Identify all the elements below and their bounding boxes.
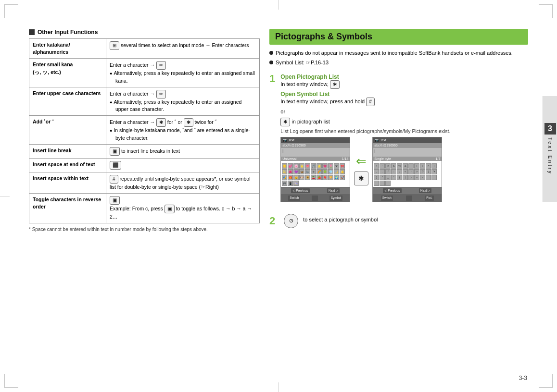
ps-sym: 🎈 <box>322 175 328 180</box>
step-or: or <box>280 108 522 116</box>
ps-sym: 🎶 <box>305 169 310 174</box>
crosshair-top <box>278 0 279 10</box>
ps-sym: % <box>397 163 402 169</box>
ps-sym: < <box>403 169 408 174</box>
ps-sym: _ <box>385 175 391 180</box>
ps-cursor-right: | <box>373 148 442 157</box>
ps-blank <box>312 196 318 201</box>
phones-area: 📷 Text abc½ ⊡296960 | Universal 1/14 <box>280 137 522 202</box>
table-row: Toggle characters in reverse order ▣ Exa… <box>29 193 260 223</box>
ps-sym: 🐱 <box>293 175 299 180</box>
ps-sym: 💖 <box>305 163 310 169</box>
bullet-item-1: Pictographs do not appear in messages se… <box>269 49 528 57</box>
ps-sym: ! <box>374 163 379 169</box>
crosshair-left <box>0 196 10 196</box>
section-title: Other Input Functions <box>29 29 260 36</box>
bullet-text: Alternatively, press a key repeatedly to… <box>110 70 256 84</box>
key-icon: ✱ <box>184 118 193 127</box>
ps-title-right: 📷 Text <box>375 138 386 142</box>
ps-sym: ~ <box>414 175 419 180</box>
bullet-text: Alternatively, press a key repeatedly to… <box>110 98 256 113</box>
step-2-icon: ⊙ <box>284 214 298 228</box>
ps-sym: ☀ <box>311 169 316 174</box>
right-bullets: Pictographs do not appear in messages se… <box>269 49 528 69</box>
step-star-list: ✱ in pictograph list <box>280 118 522 126</box>
ps-sym: 💫 <box>282 169 287 174</box>
ps-next[interactable]: Next ▷ <box>327 188 340 193</box>
step-num-1: 1 <box>269 74 275 84</box>
table-row: Enter katakana/alphanumerics ⊞ several t… <box>29 39 260 59</box>
footnote: * Space cannot be entered within text in… <box>29 226 260 233</box>
ps-pict[interactable]: Pict. <box>425 196 434 201</box>
key-star-box: ✱ <box>354 172 368 186</box>
step-2: 2 ⊙ to select a pictograph or symbol <box>269 214 528 228</box>
ps-sym: 🎭 <box>282 175 287 180</box>
ps-grid-right: ! " # $ % & ' ( ) × | , . <box>373 162 442 187</box>
ps-sym: 🏆 <box>328 175 333 180</box>
ps-sym: ¥ <box>431 169 437 174</box>
row-label: Insert line break <box>29 144 106 158</box>
ps-footer2-right: Switch Pict. <box>373 194 442 202</box>
ps-next-r[interactable]: Next ▷ <box>419 188 431 193</box>
row-label: Insert space within text <box>29 172 106 193</box>
ps-sym: ? <box>420 169 425 174</box>
ps-blank-r <box>406 196 412 201</box>
ps-switch[interactable]: Switch <box>288 196 300 201</box>
page-content: Other Input Functions Enter katakana/alp… <box>29 29 528 363</box>
ps-sym: . <box>380 169 385 174</box>
ps-sym: { <box>397 175 402 180</box>
ps-sym <box>385 181 391 186</box>
table-row: Insert space within text # repeatedly un… <box>29 172 260 193</box>
ps-sym: ; <box>397 169 402 174</box>
row-label: Enter upper case characters <box>29 87 106 115</box>
ps-sym: 📱 <box>288 181 293 186</box>
ps-prev-r[interactable]: ◁ Previous <box>383 188 401 193</box>
row-content: ⊞ several times to select an input mode … <box>106 39 260 59</box>
ps-sym: > <box>414 169 419 174</box>
ps-sym: | <box>403 175 408 180</box>
ps-sym: 🌷 <box>328 163 333 169</box>
step-1: 1 Open Pictograph List In text entry win… <box>269 74 528 202</box>
ps-sym: 🎮 <box>282 181 287 186</box>
ps-sym: " <box>380 163 385 169</box>
corner-bl <box>4 374 18 388</box>
ps-sym: ] <box>374 175 379 180</box>
ps-symbol[interactable]: Symbol <box>329 196 343 201</box>
right-header-title: Pictographs & Symbols <box>275 32 372 41</box>
ps-grid-left: 😊 💕 🌸 ⭐ 💖 🎵 🌟 💗 🌷 ❤ 🎀 💫 <box>281 162 350 187</box>
table-row: Insert line break ▣ to insert line break… <box>29 144 260 158</box>
step-num-2: 2 <box>269 216 275 226</box>
ps-sym: - <box>408 169 414 174</box>
crosshair-bottom <box>278 382 279 392</box>
step-2-text: to select a pictograph or symbol <box>303 216 378 224</box>
row-content: ▣ to insert line breaks in text <box>106 144 260 158</box>
sidebar-tab: 3 Text Entry <box>543 96 557 202</box>
open-pictograph-label: Open Pictograph List <box>280 74 522 80</box>
row-label: Add ˚or ˝ <box>29 116 106 144</box>
ps-sym: 🍒 <box>311 175 316 180</box>
ps-switch-r[interactable]: Switch <box>381 196 393 201</box>
key-star-2: ✱ <box>280 118 290 126</box>
bullet-text: In single-byte katakana mode, ˚and ˝ are… <box>110 127 256 141</box>
right-column: Pictographs & Symbols Pictographs do not… <box>269 29 528 363</box>
ps-sym: / <box>385 169 391 174</box>
ps-sym <box>380 181 385 186</box>
bullet-dot <box>269 51 273 55</box>
ps-sym: 🌙 <box>334 169 339 174</box>
ps-statusbar-right: abc½ ⊡296960 <box>373 143 442 148</box>
ps-sym: ( <box>414 163 419 169</box>
row-label: Enter katakana/alphanumerics <box>29 39 106 59</box>
ps-sym: 🌈 <box>316 169 322 174</box>
table-row: Enter upper case characters Enter a char… <box>29 87 260 115</box>
key-star-display: ✱ <box>354 172 368 186</box>
ps-sym: & <box>403 163 408 169</box>
ps-prev[interactable]: ◁ Previous <box>291 188 309 193</box>
ps-status-right: abc½ ⊡296960 <box>374 144 397 147</box>
ps-sym: × <box>426 163 431 169</box>
ps-sym: ^ <box>380 175 385 180</box>
ps-sym: 💎 <box>328 169 333 174</box>
sidebar-tab-number: 3 <box>544 123 556 135</box>
section-icon <box>29 29 35 35</box>
ps-sym: ` <box>391 175 396 180</box>
step-1-content: Open Pictograph List In text entry windo… <box>280 74 522 202</box>
